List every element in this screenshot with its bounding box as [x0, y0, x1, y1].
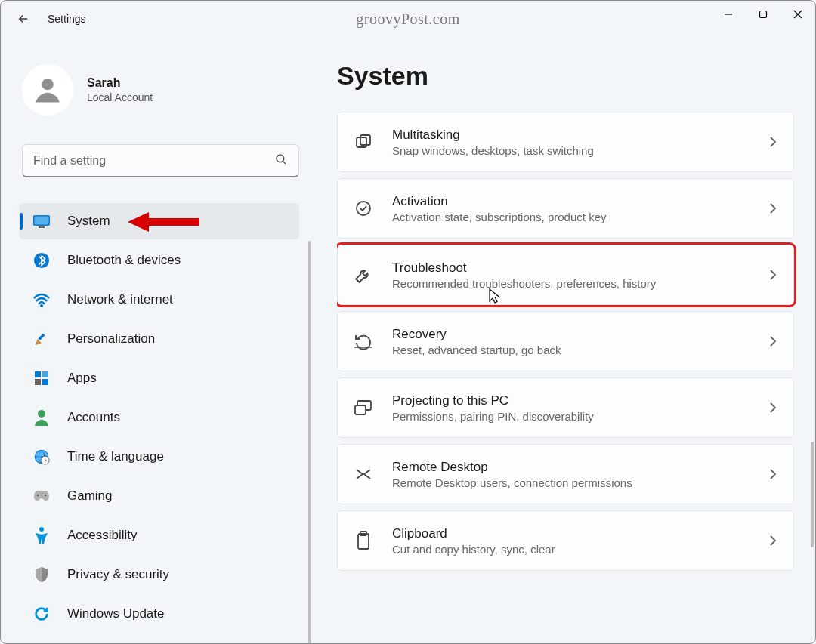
sidebar-item-system[interactable]: System: [19, 203, 299, 239]
sidebar-item-label: System: [67, 214, 110, 229]
svg-point-26: [45, 495, 46, 496]
account-sub: Local Account: [87, 91, 153, 103]
card-sub: Snap windows, desktops, task switching: [392, 144, 766, 157]
card-sub: Reset, advanced startup, go back: [392, 344, 766, 356]
projecting-icon: [351, 399, 376, 416]
chevron-right-icon: [766, 468, 780, 480]
back-button[interactable]: [8, 4, 39, 34]
content-scrollbar[interactable]: [811, 442, 814, 547]
sidebar-item-accounts[interactable]: Accounts: [19, 399, 299, 436]
close-button[interactable]: [780, 1, 815, 28]
chevron-right-icon: [766, 202, 780, 214]
window-title: Settings: [48, 13, 86, 25]
svg-rect-1: [760, 11, 767, 18]
sidebar-item-label: Accounts: [67, 410, 120, 425]
chevron-right-icon: [766, 402, 780, 414]
sidebar-item-apps[interactable]: Apps: [19, 360, 299, 396]
sidebar-item-personalization[interactable]: Personalization: [19, 321, 299, 357]
svg-rect-33: [358, 534, 369, 549]
avatar: [22, 64, 73, 116]
settings-window: Settings groovyPost.com Sarah Local Acco…: [0, 0, 816, 644]
window-body: Sarah Local Account System Bluetooth & d…: [1, 37, 815, 643]
search-box[interactable]: [22, 144, 299, 177]
search-icon: [274, 153, 288, 169]
sidebar-item-label: Windows Update: [67, 606, 165, 621]
card-title: Remote Desktop: [392, 460, 766, 475]
window-controls: [711, 1, 815, 28]
cards-list: Multitasking Snap windows, desktops, tas…: [337, 112, 799, 643]
page-title: System: [337, 61, 799, 91]
svg-rect-29: [360, 135, 370, 145]
sidebar-item-label: Network & internet: [67, 292, 173, 307]
network-icon: [32, 291, 51, 309]
card-multitasking[interactable]: Multitasking Snap windows, desktops, tas…: [337, 112, 794, 172]
svg-point-25: [37, 495, 39, 496]
multitasking-icon: [351, 133, 376, 151]
sidebar-item-label: Time & language: [67, 449, 164, 464]
sidebar-item-label: Accessibility: [67, 528, 138, 543]
svg-rect-12: [38, 334, 45, 340]
card-remote[interactable]: Remote Desktop Remote Desktop users, con…: [337, 444, 794, 504]
card-sub: Recommended troubleshooters, preferences…: [392, 277, 766, 290]
troubleshoot-icon: [351, 265, 376, 285]
sidebar-item-label: Bluetooth & devices: [67, 253, 181, 268]
sidebar: Sarah Local Account System Bluetooth & d…: [1, 37, 314, 643]
maximize-button[interactable]: [746, 1, 780, 28]
apps-icon: [32, 369, 51, 387]
chevron-right-icon: [766, 335, 780, 347]
remote-icon: [351, 466, 376, 482]
card-sub: Cut and copy history, sync, clear: [392, 543, 766, 556]
sidebar-item-label: Personalization: [67, 331, 155, 347]
time-icon: [32, 448, 51, 466]
svg-line-6: [283, 161, 286, 164]
gaming-icon: [32, 487, 51, 505]
sidebar-item-label: Privacy & security: [67, 567, 169, 582]
card-title: Clipboard: [392, 526, 766, 541]
card-title: Recovery: [392, 327, 766, 342]
bluetooth-icon: [32, 251, 51, 270]
card-clipboard[interactable]: Clipboard Cut and copy history, sync, cl…: [337, 510, 794, 571]
svg-point-17: [38, 410, 45, 418]
svg-rect-32: [355, 405, 366, 414]
card-title: Projecting to this PC: [392, 393, 766, 408]
sidebar-item-label: Apps: [67, 371, 97, 386]
recovery-icon: [351, 333, 376, 350]
card-troubleshoot[interactable]: Troubleshoot Recommended troubleshooters…: [337, 245, 794, 305]
chevron-right-icon: [766, 136, 780, 148]
chevron-right-icon: [766, 535, 780, 547]
card-title: Multitasking: [392, 128, 766, 143]
svg-rect-9: [39, 226, 45, 228]
accounts-icon: [32, 408, 51, 427]
card-recovery[interactable]: Recovery Reset, advanced startup, go bac…: [337, 311, 794, 371]
card-activation[interactable]: Activation Activation state, subscriptio…: [337, 178, 794, 239]
svg-point-27: [39, 527, 44, 532]
sidebar-item-label: Gaming: [67, 488, 113, 504]
sidebar-item-gaming[interactable]: Gaming: [19, 478, 299, 514]
clipboard-icon: [351, 531, 376, 550]
card-title: Activation: [392, 194, 766, 209]
sidebar-scrollbar[interactable]: [308, 241, 311, 643]
svg-point-30: [357, 202, 370, 215]
account-block[interactable]: Sarah Local Account: [16, 52, 314, 131]
accessibility-icon: [32, 526, 51, 544]
card-sub: Permissions, pairing PIN, discoverabilit…: [392, 410, 766, 423]
content: System Multitasking Snap windows, deskto…: [314, 37, 815, 643]
sidebar-item-bluetooth[interactable]: Bluetooth & devices: [19, 242, 299, 279]
svg-rect-14: [42, 371, 48, 377]
sidebar-item-update[interactable]: Windows Update: [19, 596, 299, 632]
svg-rect-16: [42, 379, 48, 385]
card-title: Troubleshoot: [392, 260, 766, 276]
sidebar-item-network[interactable]: Network & internet: [19, 282, 299, 318]
card-projecting[interactable]: Projecting to this PC Permissions, pairi…: [337, 377, 794, 438]
card-sub: Remote Desktop users, connection permiss…: [392, 476, 766, 489]
svg-point-4: [42, 79, 53, 90]
minimize-button[interactable]: [711, 1, 746, 28]
sidebar-item-privacy[interactable]: Privacy & security: [19, 556, 299, 593]
sidebar-item-accessibility[interactable]: Accessibility: [19, 517, 299, 553]
sidebar-item-time[interactable]: Time & language: [19, 439, 299, 475]
svg-rect-13: [35, 371, 41, 377]
titlebar: Settings groovyPost.com: [1, 1, 815, 37]
search-input[interactable]: [33, 154, 274, 168]
personalization-icon: [32, 330, 51, 348]
svg-rect-8: [35, 217, 49, 225]
